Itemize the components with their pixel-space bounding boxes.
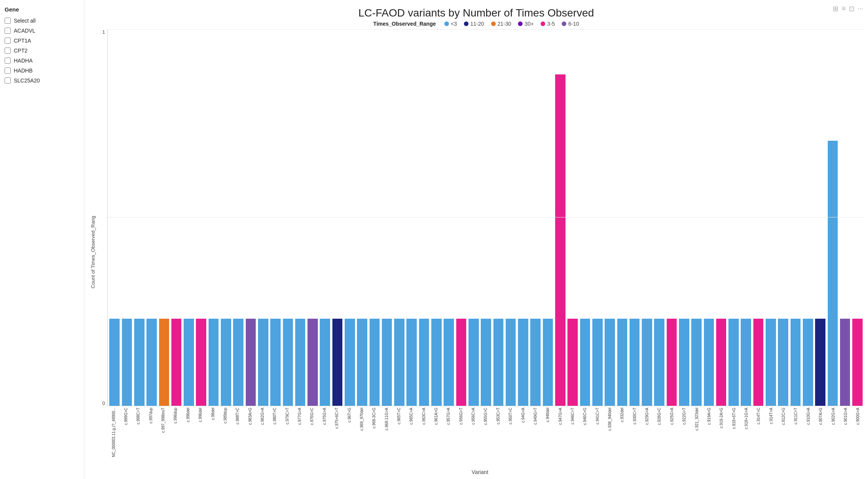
bar[interactable] bbox=[419, 319, 429, 406]
bar[interactable] bbox=[246, 319, 256, 406]
bar[interactable] bbox=[704, 319, 714, 406]
checkbox-hadhb[interactable] bbox=[5, 67, 11, 74]
x-axis-label: c.977G>A bbox=[298, 408, 302, 425]
bar[interactable] bbox=[307, 319, 318, 406]
sidebar-item-cpt2[interactable]: CPT2 bbox=[5, 46, 79, 55]
bar[interactable] bbox=[592, 319, 603, 406]
bar[interactable] bbox=[555, 74, 566, 406]
bar-column bbox=[381, 29, 393, 406]
x-axis-label: c.928G>C bbox=[657, 408, 661, 425]
bar[interactable] bbox=[791, 319, 801, 406]
sidebar-item-acadvl[interactable]: ACADVL bbox=[5, 26, 79, 35]
bar[interactable] bbox=[370, 319, 380, 406]
toolbar-icon-1[interactable]: ≡ bbox=[842, 5, 846, 13]
bar[interactable] bbox=[493, 319, 504, 406]
toolbar-icon-2[interactable]: ⊡ bbox=[849, 5, 855, 13]
bar[interactable] bbox=[295, 319, 306, 406]
bar[interactable] bbox=[270, 319, 281, 406]
bar[interactable] bbox=[580, 319, 590, 406]
bar[interactable] bbox=[567, 319, 578, 406]
bar[interactable] bbox=[320, 319, 330, 406]
bar-column bbox=[406, 29, 418, 406]
bar[interactable] bbox=[778, 319, 788, 406]
bar[interactable] bbox=[345, 319, 355, 406]
checkbox-cpt2[interactable] bbox=[5, 48, 11, 54]
x-axis-label: c.930C>T bbox=[633, 408, 637, 425]
bar[interactable] bbox=[741, 319, 751, 406]
bar[interactable] bbox=[530, 319, 541, 406]
bar[interactable] bbox=[617, 319, 628, 406]
bar[interactable] bbox=[184, 319, 194, 406]
x-axis-label: c.941C>T bbox=[595, 408, 600, 425]
x-label-wrapper: c.999G>C bbox=[120, 406, 132, 467]
checkbox-slc25a20[interactable] bbox=[5, 77, 11, 84]
checkbox-hadha[interactable] bbox=[5, 58, 11, 64]
checkbox-acadvl[interactable] bbox=[5, 28, 11, 34]
sidebar-item-cpt1a[interactable]: CPT1A bbox=[5, 36, 79, 45]
legend-label-<3: <3 bbox=[451, 21, 457, 27]
bar[interactable] bbox=[852, 319, 863, 406]
bar[interactable] bbox=[728, 319, 739, 406]
bar[interactable] bbox=[382, 319, 392, 406]
checkbox-select all[interactable] bbox=[5, 18, 11, 24]
toolbar-icon-0[interactable]: ⊞ bbox=[833, 5, 838, 13]
x-axis-label: c.907A>G bbox=[819, 408, 823, 425]
bar[interactable] bbox=[667, 319, 677, 406]
bar[interactable] bbox=[258, 319, 268, 406]
bar[interactable] bbox=[394, 319, 404, 406]
x-axis-label: c.919-2A>G bbox=[719, 408, 723, 428]
bar-column bbox=[666, 29, 677, 406]
bar[interactable] bbox=[357, 319, 367, 406]
bar[interactable] bbox=[406, 319, 417, 406]
x-label-wrapper: c.918+1G>A bbox=[740, 406, 752, 467]
bar[interactable] bbox=[332, 319, 343, 406]
bar-column bbox=[542, 29, 554, 406]
bar[interactable] bbox=[716, 319, 727, 406]
toolbar-icon-3[interactable]: ··· bbox=[858, 5, 863, 13]
bar[interactable] bbox=[691, 319, 702, 406]
bar[interactable] bbox=[605, 319, 615, 406]
bar[interactable] bbox=[803, 319, 813, 406]
legend-label-11-20: 11-20 bbox=[470, 21, 484, 27]
sidebar-item-hadha[interactable]: HADHA bbox=[5, 56, 79, 65]
bar[interactable] bbox=[481, 319, 491, 406]
bar[interactable] bbox=[654, 319, 664, 406]
bar[interactable] bbox=[146, 319, 157, 406]
bar[interactable] bbox=[444, 319, 454, 406]
bar[interactable] bbox=[233, 319, 243, 406]
bar[interactable] bbox=[431, 319, 442, 406]
bar[interactable] bbox=[642, 319, 652, 406]
checkbox-label-hadhb: HADHB bbox=[14, 67, 33, 74]
x-axis-label: c.963C>A bbox=[422, 408, 426, 425]
bar[interactable] bbox=[506, 319, 516, 406]
x-axis-label: c.912C>G bbox=[781, 408, 786, 425]
bar[interactable] bbox=[283, 319, 293, 406]
bar[interactable] bbox=[159, 319, 169, 406]
bar[interactable] bbox=[753, 319, 764, 406]
bar[interactable] bbox=[518, 319, 528, 406]
bar[interactable] bbox=[122, 319, 132, 406]
bar-column bbox=[517, 29, 529, 406]
select-all-checkbox[interactable]: Select all bbox=[5, 16, 79, 25]
bar[interactable] bbox=[543, 319, 553, 406]
sidebar-item-hadhb[interactable]: HADHB bbox=[5, 66, 79, 75]
bar[interactable] bbox=[828, 141, 838, 406]
bar[interactable] bbox=[221, 319, 231, 406]
bar[interactable] bbox=[766, 319, 776, 406]
bar[interactable] bbox=[679, 319, 689, 406]
bar[interactable] bbox=[469, 319, 479, 406]
bar[interactable] bbox=[209, 319, 219, 406]
bar[interactable] bbox=[134, 319, 145, 406]
bar[interactable] bbox=[840, 319, 850, 406]
bar[interactable] bbox=[630, 319, 640, 406]
bar[interactable] bbox=[171, 319, 182, 406]
x-label-wrapper: c.956G>T bbox=[455, 406, 467, 467]
bar[interactable] bbox=[109, 319, 120, 406]
bar[interactable] bbox=[815, 319, 825, 406]
bar[interactable] bbox=[196, 319, 206, 406]
checkbox-cpt1a[interactable] bbox=[5, 38, 11, 44]
legend-dot-3-5 bbox=[541, 21, 545, 26]
sidebar-item-slc25a20[interactable]: SLC25A20 bbox=[5, 76, 79, 85]
bar[interactable] bbox=[456, 319, 467, 406]
x-axis-label: c.982G>A bbox=[260, 408, 265, 425]
